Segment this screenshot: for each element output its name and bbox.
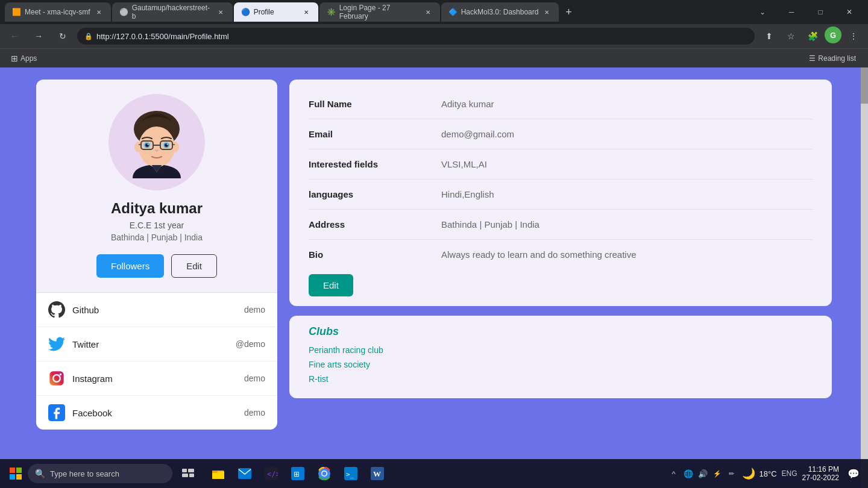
chevron-up-icon[interactable]: ^ xyxy=(668,468,680,480)
tab-login-favicon: ✳️ xyxy=(327,8,336,16)
language-display: ENG xyxy=(782,469,797,478)
forward-button[interactable]: → xyxy=(29,27,48,46)
vscode-icon: >_ xyxy=(344,467,357,480)
edit-profile-button[interactable]: Edit xyxy=(171,254,217,278)
clubs-title: Clubs xyxy=(309,325,813,338)
edit-info-button[interactable]: Edit xyxy=(309,274,353,296)
left-column: Aditya kumar E.C.E 1st year Bathinda | P… xyxy=(36,80,277,441)
info-row-languages: languages Hindi,English xyxy=(309,180,813,210)
tab-github-close[interactable]: ✕ xyxy=(216,7,225,17)
reading-list-button[interactable]: ☰ Reading list xyxy=(804,53,861,64)
svg-text:W: W xyxy=(373,469,381,478)
tab-hackmol[interactable]: 🔷 HackMol3.0: Dashboard ✕ xyxy=(441,2,559,22)
volume-icon[interactable]: 🔊 xyxy=(697,468,709,480)
network-icon[interactable]: 🌐 xyxy=(682,468,694,480)
taskbar-right: ^ 🌐 🔊 ⚡ ✏ 🌙 18°C ENG 11:16 PM 27-02-2022… xyxy=(668,464,863,483)
weather-icon[interactable]: 🌙 xyxy=(743,468,755,480)
tab-profile-label: Profile xyxy=(254,8,274,16)
browser-chrome: 🟧 Meet - xma-icqv-smf ✕ ⚫ Gautamup/hacke… xyxy=(0,0,868,67)
file-explorer-icon xyxy=(212,467,225,480)
social-row-twitter[interactable]: Twitter @demo xyxy=(36,327,277,361)
svg-point-2 xyxy=(139,127,175,167)
pen-icon[interactable]: ✏ xyxy=(726,468,738,480)
info-row-fullname: Full Name Aditya kumar xyxy=(309,89,813,119)
taskbar-devtools[interactable]: </> xyxy=(259,461,283,486)
svg-point-16 xyxy=(148,144,149,145)
back-button[interactable]: ← xyxy=(5,27,24,46)
task-view-icon xyxy=(182,469,194,478)
taskbar-vscode[interactable]: >_ xyxy=(339,461,363,486)
browser-profile-button[interactable]: G xyxy=(825,27,841,43)
svg-rect-26 xyxy=(182,469,187,472)
info-card: Full Name Aditya kumar Email demo@gmail.… xyxy=(289,80,832,306)
svg-point-17 xyxy=(167,144,168,145)
reading-list-label: Reading list xyxy=(818,54,856,63)
maximize-button[interactable]: □ xyxy=(807,2,834,22)
taskbar-search[interactable]: 🔍 Type here to search xyxy=(28,464,172,483)
start-button[interactable] xyxy=(5,463,27,484)
followers-button[interactable]: Followers xyxy=(96,254,164,278)
usb-icon[interactable]: ⚡ xyxy=(711,468,723,480)
avatar-container xyxy=(108,94,205,190)
taskbar-word[interactable]: W xyxy=(365,461,389,486)
taskbar-store[interactable]: ⊞ xyxy=(286,461,310,486)
temperature-display: 18°C xyxy=(760,469,777,478)
address-label: Address xyxy=(309,219,429,230)
tab-login[interactable]: ✳️ Login Page - 27 February ✕ xyxy=(319,2,440,22)
share-button[interactable]: ⬆ xyxy=(760,27,779,46)
social-row-github[interactable]: Github demo xyxy=(36,293,277,327)
refresh-button[interactable]: ↻ xyxy=(53,27,72,46)
interested-label: Interested fields xyxy=(309,159,429,169)
minimize-button[interactable]: ─ xyxy=(778,2,805,22)
close-button[interactable]: ✕ xyxy=(835,2,863,22)
tab-meet-close[interactable]: ✕ xyxy=(94,7,104,17)
bio-label: Bio xyxy=(309,249,429,260)
scrollbar[interactable] xyxy=(861,67,868,488)
svg-point-40 xyxy=(322,472,327,476)
instagram-label: Instagram xyxy=(72,374,237,384)
task-view-button[interactable] xyxy=(176,461,200,486)
club-item-1[interactable]: Perianth racing club xyxy=(309,345,813,355)
tab-overflow-button[interactable]: ⌄ xyxy=(749,2,776,22)
extensions-button[interactable]: 🧩 xyxy=(803,27,822,46)
twitter-label: Twitter xyxy=(72,339,228,349)
tab-profile-close[interactable]: ✕ xyxy=(301,7,311,17)
clubs-card: Clubs Perianth racing club Fine arts soc… xyxy=(289,316,832,398)
twitter-value: @demo xyxy=(236,339,265,349)
scrollbar-thumb[interactable] xyxy=(861,67,868,104)
tab-meet-label: Meet - xma-icqv-smf xyxy=(25,8,90,16)
club-item-2[interactable]: Fine arts society xyxy=(309,360,813,369)
interested-value: VLSI,ML,AI xyxy=(441,159,813,169)
notification-button[interactable]: 💬 xyxy=(844,464,863,483)
nav-bar: ← → ↻ 🔒 http://127.0.0.1:5500/main/Profi… xyxy=(0,24,868,48)
svg-text:⊞: ⊞ xyxy=(294,470,300,478)
tab-login-close[interactable]: ✕ xyxy=(423,7,433,17)
avatar-image xyxy=(115,100,199,184)
new-tab-button[interactable]: + xyxy=(560,4,577,20)
info-row-bio: Bio Always ready to learn and do somethi… xyxy=(309,240,813,269)
taskbar-file-explorer[interactable] xyxy=(206,461,230,486)
taskbar-email[interactable] xyxy=(233,461,257,486)
club-item-3[interactable]: R-tist xyxy=(309,374,813,384)
tab-hackmol-close[interactable]: ✕ xyxy=(542,7,552,17)
taskbar-chrome[interactable] xyxy=(312,461,336,486)
tab-meet-favicon: 🟧 xyxy=(12,8,21,16)
info-row-email: Email demo@gmail.com xyxy=(309,119,813,149)
email-value: demo@gmail.com xyxy=(441,129,813,139)
profile-name: Aditya kumar xyxy=(111,200,203,217)
tab-hackmol-label: HackMol3.0: Dashboard xyxy=(461,8,539,16)
social-row-instagram[interactable]: Instagram demo xyxy=(36,361,277,396)
bookmark-star-button[interactable]: ☆ xyxy=(781,27,800,46)
tab-meet[interactable]: 🟧 Meet - xma-icqv-smf ✕ xyxy=(5,2,111,22)
taskbar-apps: </> ⊞ >_ xyxy=(206,461,389,486)
menu-button[interactable]: ⋮ xyxy=(844,27,863,46)
address-bar[interactable]: 🔒 http://127.0.0.1:5500/main/Profile.htm… xyxy=(77,28,755,45)
social-card: Github demo Twitter @demo xyxy=(36,293,277,430)
taskbar-datetime[interactable]: 11:16 PM 27-02-2022 xyxy=(802,465,839,482)
bookmark-apps[interactable]: ⊞ Apps xyxy=(7,52,40,64)
tab-profile[interactable]: 🔵 Profile ✕ xyxy=(234,2,318,22)
social-row-facebook[interactable]: Facebook demo xyxy=(36,396,277,430)
tab-github[interactable]: ⚫ Gautamup/hackerstreet-b ✕ xyxy=(112,2,233,22)
date-display: 27-02-2022 xyxy=(802,474,839,482)
email-label: Email xyxy=(309,129,429,139)
